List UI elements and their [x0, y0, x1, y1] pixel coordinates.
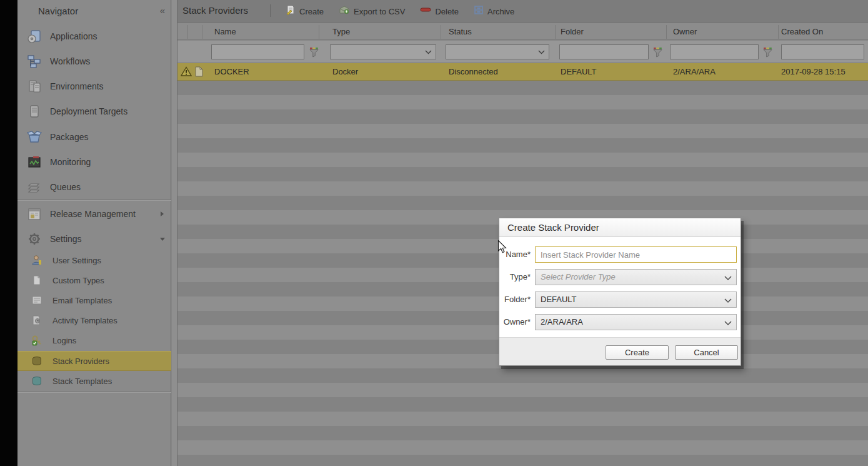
sidebar-item-monitoring[interactable]: Monitoring	[17, 149, 171, 175]
sidebar-splitter[interactable]	[172, 0, 177, 466]
dropdown-chevron-icon	[425, 50, 432, 54]
folder-filter-input[interactable]	[559, 44, 649, 59]
sidebar-item-label: Packages	[50, 132, 88, 142]
collapse-sidebar-icon[interactable]: «	[160, 5, 165, 16]
create-button-label: Create	[299, 7, 324, 16]
sidebar-item-stack-providers[interactable]: Stack Providers	[17, 351, 171, 371]
navigator-header: Navigator «	[17, 0, 171, 23]
chevron-down-icon	[160, 238, 165, 241]
column-header-name[interactable]: Name	[214, 27, 236, 36]
workflows-icon	[26, 53, 42, 69]
owner-filter-input[interactable]	[670, 44, 759, 59]
table-row-docker[interactable]: DOCKER Docker Disconnected DEFAULT 2/ARA…	[177, 63, 868, 81]
column-header-type[interactable]: Type	[332, 27, 350, 36]
sidebar-item-stack-templates[interactable]: Stack Templates	[17, 371, 171, 391]
chevron-right-icon	[161, 211, 164, 216]
applications-icon	[26, 28, 42, 44]
archive-button[interactable]: Archive	[468, 3, 520, 20]
sidebar-item-label: Activity Templates	[52, 316, 117, 325]
sidebar-item-label: User Settings	[52, 256, 101, 265]
owner-select[interactable]: 2/ARA/ARA	[535, 314, 737, 330]
export-csv-icon	[339, 5, 350, 18]
export-to-csv-button-label: Export to CSV	[354, 7, 405, 16]
sidebar-item-label: Environments	[50, 81, 104, 91]
environments-icon	[26, 78, 42, 94]
column-header-created-on[interactable]: Created On	[781, 27, 823, 36]
sidebar-item-user-settings[interactable]: User Settings	[17, 250, 171, 270]
column-header-folder[interactable]: Folder	[561, 27, 584, 36]
application-window: Navigator « Applications Workflows Envir…	[0, 0, 868, 466]
create-button[interactable]: Create	[280, 3, 329, 20]
toolbar-separator	[270, 4, 271, 17]
toolbar-buttons: Create Export to CSV Delete Archive	[276, 0, 520, 23]
column-separator	[555, 25, 556, 39]
dropdown-chevron-icon	[538, 50, 545, 54]
navigator-title: Navigator	[38, 6, 78, 16]
sidebar-item-label: Monitoring	[50, 157, 91, 167]
dialog-title: Create Stack Provider	[507, 222, 599, 233]
warning-icon	[181, 66, 192, 79]
stack-providers-icon	[31, 355, 42, 367]
dialog-header: Create Stack Provider	[499, 218, 741, 237]
dialog-create-button[interactable]: Create	[606, 345, 669, 360]
sidebar-item-label: Release Management	[50, 209, 136, 219]
type-field-label: Type*	[499, 269, 531, 285]
sidebar-item-label: Stack Templates	[52, 377, 112, 386]
sidebar-item-queues[interactable]: Queues	[17, 175, 171, 200]
content-toolbar: Stack Providers Create Export to CSV Del…	[177, 0, 868, 23]
sidebar-item-environments[interactable]: Environments	[17, 74, 171, 99]
deployment-targets-icon	[26, 103, 42, 119]
dropdown-chevron-icon	[724, 298, 732, 303]
sidebar-item-custom-types[interactable]: Custom Types	[17, 270, 171, 290]
sidebar-item-packages[interactable]: Packages	[17, 124, 171, 149]
delete-button[interactable]: Delete	[414, 3, 464, 19]
type-select[interactable]: Select Provider Type	[535, 269, 737, 285]
column-header-status[interactable]: Status	[449, 27, 472, 36]
sidebar-item-activity-templates[interactable]: Activity Templates	[17, 310, 171, 330]
column-separator	[187, 25, 188, 39]
left-edge-strip	[0, 0, 17, 466]
create-stack-provider-dialog: Create Stack Provider Name* Type* Select…	[499, 218, 741, 366]
table-filter-row	[177, 41, 868, 63]
name-field-label: Name*	[499, 246, 531, 263]
dialog-footer: Create Cancel	[499, 337, 741, 365]
sidebar-item-label: Email Templates	[52, 296, 112, 305]
sidebar-item-email-templates[interactable]: Email Templates	[17, 290, 171, 310]
sidebar-item-label: Settings	[50, 234, 82, 244]
sidebar-item-deployment-targets[interactable]: Deployment Targets	[17, 99, 171, 124]
column-separator	[778, 25, 779, 39]
owner-select-value: 2/ARA/ARA	[541, 317, 583, 327]
sidebar-item-label: Queues	[50, 182, 81, 192]
sidebar-item-applications[interactable]: Applications	[17, 24, 171, 49]
filter-funnel-icon[interactable]	[761, 44, 774, 59]
filter-funnel-icon[interactable]	[307, 44, 321, 59]
status-filter-dropdown[interactable]	[446, 44, 549, 59]
page-title: Stack Providers	[182, 5, 248, 16]
sidebar-divider	[17, 392, 171, 393]
column-header-owner[interactable]: Owner	[673, 27, 697, 36]
export-to-csv-button[interactable]: Export to CSV	[333, 3, 411, 20]
cell-type: Docker	[332, 67, 358, 76]
navigator-sidebar: Navigator « Applications Workflows Envir…	[17, 0, 171, 466]
archive-icon	[474, 5, 484, 18]
column-separator	[441, 25, 441, 39]
type-select-placeholder: Select Provider Type	[541, 272, 616, 281]
dropdown-chevron-icon	[724, 276, 732, 281]
sidebar-item-logins[interactable]: Logins	[17, 330, 171, 350]
sidebar-item-settings[interactable]: Settings	[17, 226, 171, 251]
folder-select[interactable]: DEFAULT	[535, 291, 737, 308]
folder-field-label: Folder*	[499, 291, 531, 308]
filter-funnel-icon[interactable]	[651, 44, 664, 59]
custom-types-icon	[31, 275, 42, 286]
sidebar-divider	[17, 200, 171, 201]
create-icon	[286, 5, 296, 18]
created-on-filter-input[interactable]	[781, 44, 864, 59]
name-filter-input[interactable]	[211, 44, 304, 59]
sidebar-item-release-management[interactable]: Release Management	[17, 201, 171, 226]
type-filter-dropdown[interactable]	[330, 44, 436, 59]
monitoring-icon	[26, 154, 42, 170]
dialog-cancel-button[interactable]: Cancel	[675, 345, 738, 360]
name-input[interactable]	[535, 246, 737, 263]
sidebar-item-workflows[interactable]: Workflows	[17, 49, 171, 74]
activity-templates-icon	[31, 315, 42, 326]
